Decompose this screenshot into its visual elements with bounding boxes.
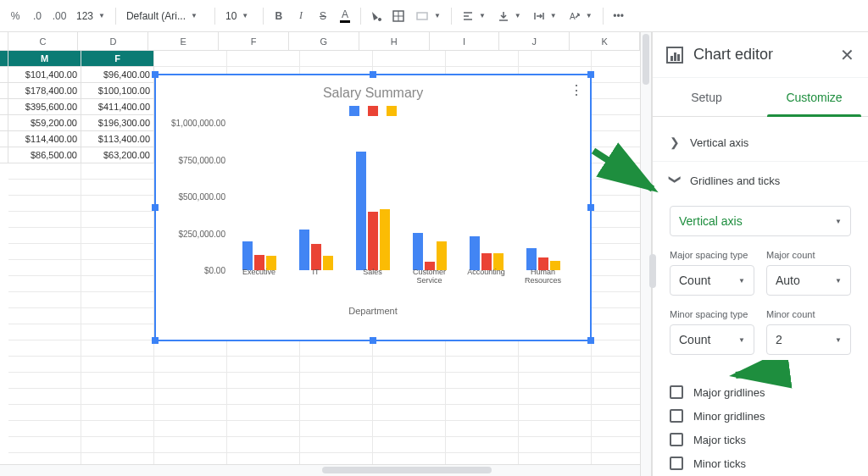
y-axis-tick: $1,000,000.00 <box>171 119 231 128</box>
sidebar-title: Chart editor <box>693 46 830 64</box>
text-color-button[interactable]: A <box>335 6 355 26</box>
minor-spacing-label: Minor spacing type <box>670 309 754 319</box>
chart-title: Salary Summary <box>171 86 575 101</box>
x-axis-category: Human Resources <box>520 268 566 285</box>
svg-text:A: A <box>570 12 576 21</box>
embedded-chart[interactable]: ⋮ Salary Summary $0.00$250,000.00$500,00… <box>154 74 592 341</box>
minor-count-label: Minor count <box>766 309 851 319</box>
percent-format-button[interactable]: % <box>5 6 25 26</box>
increase-decimal-button[interactable]: .00 <box>49 6 70 26</box>
y-axis-tick: $250,000.00 <box>178 229 231 238</box>
major-count-label: Major count <box>766 250 851 260</box>
bar-group <box>236 241 282 270</box>
bar <box>356 152 366 270</box>
legend-swatch <box>387 106 397 116</box>
close-button[interactable]: ✕ <box>840 45 854 65</box>
spreadsheet-grid[interactable]: CDEFGHIJK MF$101,400.00$96,400.00$178,40… <box>0 32 640 476</box>
bar-group <box>520 248 566 270</box>
toolbar: % .0 .00 123▼ Default (Ari...▼ 10▼ B I S… <box>0 0 868 32</box>
bar <box>242 241 253 270</box>
tab-customize[interactable]: Customize <box>760 78 868 116</box>
major-spacing-dropdown[interactable]: Count▼ <box>670 265 754 296</box>
bar <box>413 233 423 270</box>
minor-count-dropdown[interactable]: 2▼ <box>766 324 851 355</box>
major-spacing-label: Major spacing type <box>670 250 754 260</box>
chart-editor-sidebar: Chart editor ✕ Setup Customize ❯ Vertica… <box>652 32 868 476</box>
x-axis-category: Customer Service <box>406 268 453 285</box>
bar <box>437 241 447 270</box>
bar-group <box>406 233 453 270</box>
bar <box>380 209 390 270</box>
chart-x-axis-label: Department <box>171 306 575 316</box>
fill-color-button[interactable] <box>366 6 387 26</box>
checkbox-major-ticks[interactable]: Major ticks <box>670 428 851 451</box>
minor-spacing-dropdown[interactable]: Count▼ <box>670 324 754 355</box>
italic-button[interactable]: I <box>291 6 311 26</box>
bar <box>368 212 378 270</box>
column-header[interactable]: H <box>359 32 430 50</box>
x-axis-category: Accounting <box>463 268 509 285</box>
bar-group <box>349 152 396 270</box>
merge-cells-dropdown[interactable]: ▼ <box>410 6 446 26</box>
y-axis-tick: $0.00 <box>204 266 231 275</box>
axis-selector-dropdown[interactable]: Vertical axis▼ <box>670 206 851 236</box>
column-header[interactable]: E <box>148 32 219 50</box>
major-count-dropdown[interactable]: Auto▼ <box>766 265 851 296</box>
horizontal-scrollbar[interactable] <box>0 464 640 476</box>
column-header[interactable]: I <box>430 32 500 50</box>
column-header[interactable]: G <box>289 32 359 50</box>
bold-button[interactable]: B <box>269 6 289 26</box>
y-axis-tick: $500,000.00 <box>178 192 231 202</box>
horizontal-align-dropdown[interactable]: ▼ <box>457 6 491 26</box>
chart-icon <box>666 47 683 64</box>
tab-setup[interactable]: Setup <box>653 78 760 116</box>
chart-legend <box>171 106 575 116</box>
section-gridlines-ticks[interactable]: ❯ Gridlines and ticks <box>653 162 868 199</box>
font-size-dropdown[interactable]: 10▼ <box>220 6 258 26</box>
checkbox-minor-gridlines[interactable]: Minor gridlines <box>670 404 851 428</box>
checkbox-minor-ticks[interactable]: Minor ticks <box>670 451 851 475</box>
column-header[interactable]: J <box>499 32 570 50</box>
x-axis-category: Sales <box>349 268 396 285</box>
legend-swatch <box>349 106 359 116</box>
bar <box>311 244 321 270</box>
section-vertical-axis[interactable]: ❯ Vertical axis <box>653 124 868 161</box>
x-axis-category: IT <box>292 268 339 285</box>
column-header[interactable]: C <box>8 32 79 50</box>
vertical-align-dropdown[interactable]: ▼ <box>492 6 526 26</box>
chevron-right-icon: ❯ <box>670 136 682 149</box>
bar-group <box>463 236 509 270</box>
bar <box>526 248 537 270</box>
more-toolbar-button[interactable]: ••• <box>609 6 629 26</box>
svg-rect-3 <box>417 13 427 19</box>
number-format-dropdown[interactable]: 123▼ <box>71 6 110 26</box>
font-family-dropdown[interactable]: Default (Ari...▼ <box>121 6 209 26</box>
strikethrough-button[interactable]: S <box>313 6 333 26</box>
bar-group <box>292 230 339 270</box>
text-rotation-dropdown[interactable]: A▼ <box>564 6 598 26</box>
x-axis-category: Executive <box>236 268 282 285</box>
legend-swatch <box>368 106 378 116</box>
decrease-decimal-button[interactable]: .0 <box>27 6 47 26</box>
bar <box>470 236 480 270</box>
y-axis-tick: $750,000.00 <box>178 155 231 164</box>
sidebar-resize-handle[interactable] <box>649 254 656 288</box>
text-wrap-dropdown[interactable]: ▼ <box>528 6 562 26</box>
borders-button[interactable] <box>388 6 409 26</box>
bar <box>299 230 309 270</box>
chevron-down-icon: ❯ <box>669 174 682 186</box>
column-header[interactable]: D <box>78 32 148 50</box>
column-header[interactable]: F <box>219 32 289 50</box>
checkbox-major-gridlines[interactable]: Major gridlines <box>670 380 851 404</box>
column-header[interactable]: K <box>570 32 640 50</box>
